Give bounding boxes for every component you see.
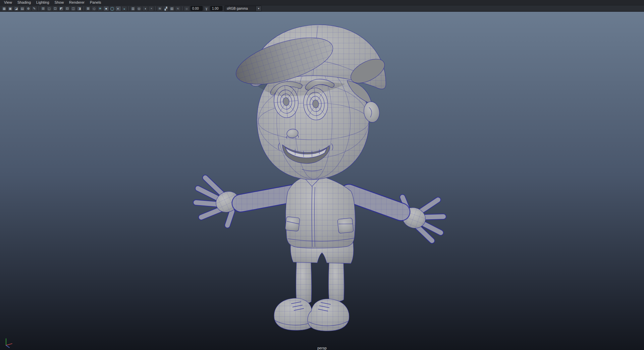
frame-selection-icon[interactable]: ◇ <box>91 6 97 11</box>
xray-icon[interactable]: ▥ <box>130 6 136 11</box>
toolbar-separator <box>39 6 39 10</box>
wireframe-on-shaded-icon[interactable]: ◒ <box>121 6 127 11</box>
pan-zoom-2d-icon[interactable]: ⊕ <box>25 6 31 11</box>
color-management-dropdown[interactable]: sRGB gamma ▾ <box>224 6 262 11</box>
color-management-value: sRGB gamma <box>225 6 256 11</box>
menu-show[interactable]: Show <box>52 0 67 5</box>
isolate-select-icon[interactable]: ▧ <box>169 6 175 11</box>
camera-label: persp <box>317 346 327 350</box>
menu-renderer[interactable]: Renderer <box>66 0 87 5</box>
motion-blur-icon[interactable]: ≋ <box>157 6 163 11</box>
camera-lock-icon[interactable]: ▣ <box>7 6 13 11</box>
gamma-icon[interactable]: ɣ <box>204 6 209 11</box>
default-material-icon[interactable]: ◎ <box>136 6 142 11</box>
maya-viewport-panel: persp View Shading Lighting Show Rendere… <box>0 0 644 350</box>
chevron-down-icon[interactable]: ▾ <box>256 6 261 11</box>
safe-title-icon[interactable]: ◨ <box>76 6 82 11</box>
menu-view[interactable]: View <box>1 0 15 5</box>
grease-pencil-icon[interactable]: ✎ <box>32 6 37 11</box>
axis-z <box>6 345 9 348</box>
gamma-input[interactable]: 1.00 <box>210 6 222 11</box>
resolution-gate-icon[interactable]: ⊡ <box>52 6 58 11</box>
menu-lighting[interactable]: Lighting <box>34 0 52 5</box>
safe-action-icon[interactable]: ◫ <box>70 6 76 11</box>
menu-shading[interactable]: Shading <box>15 0 34 5</box>
film-gate-icon[interactable]: ◻ <box>46 6 52 11</box>
camera-bookmark-icon[interactable]: ◪ <box>13 6 19 11</box>
axis-x <box>6 344 12 345</box>
shadows-icon[interactable]: ◑ <box>142 6 148 11</box>
gate-mask-icon[interactable]: ◩ <box>58 6 64 11</box>
field-chart-icon[interactable]: ⊟ <box>64 6 70 11</box>
wireframe-mode-icon[interactable]: ◯ <box>109 6 115 11</box>
lighting-icon[interactable]: ☀ <box>97 6 103 11</box>
character-model <box>0 0 644 350</box>
viewport-toolbar: ▦ ▣ ◪ ▤ ⊕ ✎ ⊞ ◻ ⊡ ◩ ⊟ ◫ ◨ ⊠ ◇ ☀ ● ◯ ◐ ◒ … <box>0 5 644 12</box>
camera-select-icon[interactable]: ▦ <box>1 6 7 11</box>
image-plane-icon[interactable]: ▤ <box>19 6 25 11</box>
exposure-input[interactable]: 0.00 <box>191 6 203 11</box>
ambient-occlusion-icon[interactable]: ◔ <box>148 6 154 11</box>
fog-icon[interactable]: ≈ <box>175 6 181 11</box>
anti-aliasing-icon[interactable]: ▞ <box>163 6 169 11</box>
panel-menu-bar: View Shading Lighting Show Renderer Pane… <box>0 0 644 5</box>
frame-all-icon[interactable]: ⊠ <box>85 6 91 11</box>
exposure-icon[interactable]: ☼ <box>184 6 190 11</box>
grid-icon[interactable]: ⊞ <box>40 6 46 11</box>
menu-panels[interactable]: Panels <box>87 0 104 5</box>
textured-mode-icon[interactable]: ◐ <box>115 6 121 11</box>
toolbar-separator <box>128 6 129 10</box>
viewport[interactable]: persp <box>0 0 644 350</box>
shaded-mode-icon[interactable]: ● <box>103 6 109 11</box>
toolbar-separator <box>155 6 156 10</box>
panel-chrome: View Shading Lighting Show Renderer Pane… <box>0 0 644 12</box>
toolbar-separator <box>182 6 182 10</box>
toolbar-separator <box>84 6 84 10</box>
axis-gizmo <box>3 335 16 348</box>
